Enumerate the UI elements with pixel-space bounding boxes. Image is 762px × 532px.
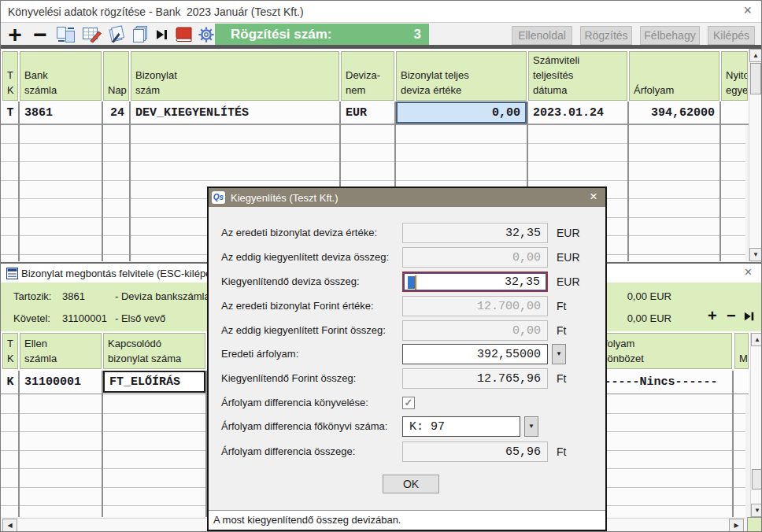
column-separator <box>102 371 103 517</box>
col-header-line: Nyitott <box>726 68 743 83</box>
field-label: Az eddig kiegyenlített Forint összeg: <box>221 320 386 341</box>
app-window: Könyvelési adatok rögzítése - Bank 2023 … <box>0 0 762 532</box>
col-header-tk: T K <box>2 51 18 101</box>
ellenoldal-button[interactable]: Ellenoldal <box>512 26 572 45</box>
scrollbar-thumb[interactable] <box>752 469 762 490</box>
scroll-right-button[interactable]: ▶ <box>729 519 744 532</box>
cell-tk[interactable]: T <box>2 102 18 124</box>
main-table-vscrollbar[interactable]: ▲ ▼ <box>749 49 761 261</box>
minus-icon: − <box>33 25 47 44</box>
remaining-amount-bottom: 0,00 EUR <box>623 312 671 324</box>
goto-end-icon <box>744 311 755 322</box>
edit-button[interactable] <box>80 24 104 46</box>
copies-button[interactable] <box>129 24 151 46</box>
kilepes-button[interactable]: Kilépés <box>708 26 755 45</box>
scroll-down-button[interactable]: ▼ <box>751 504 762 517</box>
ok-button[interactable]: OK <box>383 475 439 493</box>
cell-tk[interactable]: K <box>2 371 18 393</box>
cell-ellen-szamla[interactable]: 31100001 <box>20 371 102 393</box>
edit-table-icon <box>82 25 102 44</box>
tartozik-account: 3861 <box>62 290 85 302</box>
col-header-kapcsolodo: Kapcsolódó bizonylat száma <box>103 333 205 369</box>
delete-record-button[interactable]: − <box>29 24 51 46</box>
chevron-down-icon: ▼ <box>528 423 535 430</box>
felbehagy-button[interactable]: Félbehagy <box>640 26 700 45</box>
panel-close-icon[interactable]: × <box>745 265 752 279</box>
chevron-down-icon: ▼ <box>556 350 562 357</box>
transfer-button[interactable] <box>54 24 78 46</box>
detail-table-vscrollbar[interactable]: ▲ ▼ <box>750 333 762 517</box>
cell-nap[interactable]: 24 <box>103 102 129 124</box>
col-header-nyitott-egyenleg: Nyitott egyenleg <box>721 51 748 101</box>
panel-goto-last-button[interactable] <box>744 311 755 324</box>
field-unit: Ft <box>557 296 566 316</box>
tartozik-label: Tartozik: <box>13 290 51 302</box>
cell-teljesites-datum[interactable]: 2023.01.24 <box>528 102 627 124</box>
field-unit: Ft <box>557 368 566 389</box>
col-header-line: számla <box>24 83 97 98</box>
notes-button[interactable] <box>105 24 128 46</box>
settings-button[interactable] <box>196 24 216 46</box>
goto-last-button[interactable] <box>153 24 172 46</box>
goto-end-icon <box>156 28 168 41</box>
eredeti-deviza-ertek-field[interactable]: 32,35 <box>402 223 548 243</box>
col-header-line: Deviza- <box>346 68 390 83</box>
close-icon[interactable]: × <box>743 2 752 19</box>
dialog-close-icon[interactable]: × <box>590 189 597 205</box>
col-header-line: Ellen <box>24 336 97 351</box>
col-header-nap: Nap <box>103 51 129 101</box>
add-record-button[interactable]: + <box>4 24 26 46</box>
record-number-value: 3 <box>414 24 421 45</box>
scrollbar-thumb[interactable] <box>750 63 761 94</box>
record-number-label: Rögzítési szám: <box>231 27 331 42</box>
kiegyenlitendo-forint-field[interactable]: 12.765,96 <box>402 368 548 389</box>
col-header-line: Számviteli <box>533 53 623 68</box>
col-header-teljesites-datum: Számviteli teljesítés dátuma <box>528 51 627 101</box>
col-header-line: számla <box>24 351 97 366</box>
dialog-title: Kiegyenlítés (Teszt Kft.) <box>231 192 338 204</box>
field-label: Árfolyam differencia összege: <box>221 441 355 462</box>
cell-bizonylat-szam[interactable]: DEV_KIEGYENLÍTÉS <box>131 102 339 124</box>
col-header-line: bizonylat száma <box>108 351 201 366</box>
ledger-button[interactable] <box>172 24 196 46</box>
main-table-row: T 3861 24 DEV_KIEGYENLÍTÉS EUR 0,00 2023… <box>1 102 749 125</box>
cell-deviza-ertek-selected[interactable]: 0,00 <box>396 102 527 124</box>
field-label: Az eddig kiegyenlített deviza összeg: <box>221 247 389 268</box>
arrow-up-icon: ▲ <box>754 336 760 343</box>
arfolyam-differencia-checkbox[interactable]: ✓ <box>402 397 415 409</box>
differencia-osszeg-field[interactable]: 65,96 <box>402 441 548 462</box>
arrow-down-icon: ▼ <box>754 507 760 514</box>
record-number-banner: Rögzítési szám: 3 <box>215 24 429 45</box>
field-unit: Ft <box>557 320 566 341</box>
fokonyvi-dropdown-button[interactable]: ▼ <box>524 416 538 437</box>
kovetel-name: - Első vevő <box>115 312 165 324</box>
fokonyvi-szam-field[interactable]: K: 97 <box>402 416 520 437</box>
col-header-line: Árfolyam <box>594 336 727 351</box>
col-header-line: T <box>7 336 13 351</box>
field-label: Árfolyam differencia főkönyvi száma: <box>221 416 387 437</box>
toolbar: + − Rögzítési szám: 3 Ellenoldal Rögzíté… <box>1 23 761 46</box>
kiegyenlitendo-deviza-field[interactable]: 32,35 <box>402 272 548 292</box>
scroll-left-button[interactable]: ◀ <box>2 519 17 532</box>
eredeti-arfolyam-field[interactable]: 392,55000 <box>402 344 548 364</box>
eredeti-forint-ertek-field[interactable]: 12.700,00 <box>402 296 548 316</box>
text-cursor <box>408 276 415 289</box>
eddig-kiegyenlitett-forint-field[interactable]: 0,00 <box>402 320 548 341</box>
window-title: Könyvelési adatok rögzítése - Bank <box>8 6 180 18</box>
scroll-down-button[interactable]: ▼ <box>749 248 762 261</box>
stacked-pages-icon <box>131 25 150 44</box>
scroll-up-button[interactable]: ▲ <box>749 49 762 62</box>
scroll-up-button[interactable]: ▲ <box>751 333 762 346</box>
cell-arfolyam[interactable]: 394,62000 <box>629 102 719 124</box>
cell-devizanem[interactable]: EUR <box>341 102 394 124</box>
cell-kapcsolodo-bizonylat[interactable]: FT_ELŐÍRÁS <box>103 371 205 393</box>
col-header-line: Nap <box>108 83 124 98</box>
col-header-devizanem: Deviza- nem <box>341 51 394 101</box>
cell-arfolyam-kulonbozet[interactable]: -----Nincs------ <box>590 371 732 393</box>
rogzites-button[interactable]: Rögzítés <box>580 26 632 45</box>
arfolyam-dropdown-button[interactable]: ▼ <box>552 344 566 364</box>
cell-bank-szamla[interactable]: 3861 <box>20 102 102 124</box>
eddig-kiegyenlitett-deviza-field[interactable]: 0,00 <box>402 247 548 268</box>
field-unit: Ft <box>557 441 566 462</box>
col-header-ellen-szamla: Ellen számla <box>20 333 102 369</box>
